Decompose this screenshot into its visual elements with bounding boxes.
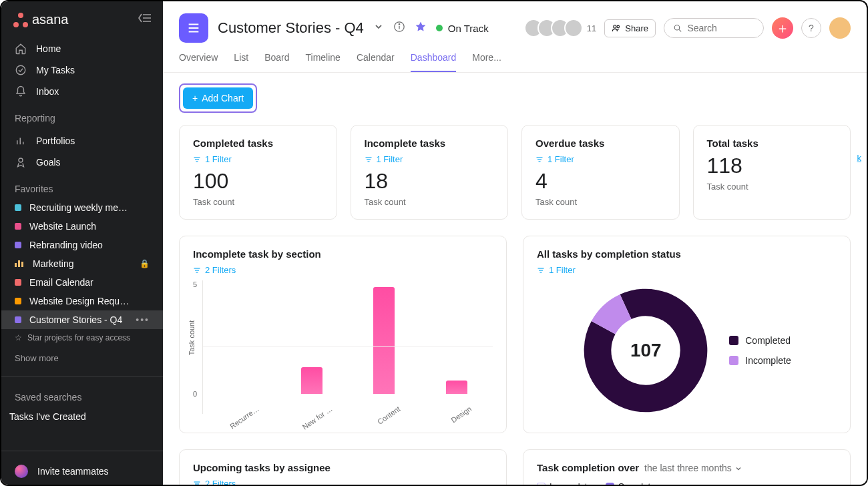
period-selector[interactable]: the last three months: [644, 463, 742, 473]
current-user-avatar[interactable]: [829, 17, 851, 39]
status-dot-icon: [436, 25, 443, 31]
y-tick: 5: [193, 280, 197, 288]
legend-item[interactable]: Incomplete: [537, 481, 592, 485]
stat-title: Overdue tasks: [535, 138, 666, 149]
info-icon[interactable]: [393, 21, 405, 35]
project-color-icon: [15, 279, 21, 286]
plus-icon: +: [192, 93, 198, 103]
svg-line-17: [679, 29, 681, 31]
filter-link[interactable]: 1 Filter: [537, 265, 837, 275]
bars-icon: [15, 135, 27, 147]
stat-card[interactable]: Total tasks118Task count: [693, 125, 851, 220]
member-avatars[interactable]: 11: [529, 19, 596, 37]
svg-point-15: [617, 25, 620, 28]
favorite-project[interactable]: Email Calendar: [1, 273, 163, 292]
stat-card[interactable]: Overdue tasks1 Filter4Task count: [521, 125, 680, 220]
tab-more[interactable]: More...: [472, 52, 501, 72]
project-color-icon: [15, 204, 21, 211]
member-count: 11: [587, 23, 596, 33]
filter-icon: [365, 156, 373, 164]
search-box[interactable]: [664, 18, 764, 38]
sidebar-item-goals[interactable]: Goals: [7, 152, 158, 173]
filter-link[interactable]: 1 Filter: [535, 154, 666, 164]
favorite-project[interactable]: Website Launch: [1, 217, 163, 236]
stat-sub: Task count: [365, 197, 495, 207]
svg-point-16: [674, 25, 679, 29]
favorite-project[interactable]: Customer Stories - Q4•••: [1, 310, 163, 329]
tab-calendar[interactable]: Calendar: [357, 52, 395, 72]
bar-label: Recurre…: [228, 405, 261, 431]
chart-title: All tasks by completion status: [537, 248, 837, 260]
filter-icon: [193, 480, 201, 485]
saved-searches-header: Saved searches: [1, 384, 163, 407]
share-button[interactable]: Share: [604, 19, 656, 37]
tab-timeline[interactable]: Timeline: [306, 52, 341, 72]
create-button[interactable]: ＋: [772, 17, 793, 39]
add-chart-button[interactable]: + Add Chart: [183, 87, 253, 109]
legend-swatch: [729, 356, 738, 365]
stat-value: 118: [707, 154, 837, 178]
favorite-project[interactable]: Recruiting weekly me…: [1, 198, 163, 217]
svg-point-14: [614, 25, 616, 28]
stat-card[interactable]: Completed tasks1 Filter100Task count: [179, 125, 337, 220]
keyboard-shortcut-link[interactable]: k: [857, 153, 862, 163]
filter-link[interactable]: 1 Filter: [365, 154, 495, 164]
donut-chart: 107: [582, 287, 709, 414]
stat-card[interactable]: Incomplete tasks1 Filter18Task count: [351, 125, 509, 220]
sidebar-item-my-tasks[interactable]: My Tasks: [7, 59, 158, 81]
sidebar-item-inbox[interactable]: Inbox: [7, 81, 158, 102]
avatar: [564, 19, 583, 37]
collapse-sidebar-button[interactable]: [138, 13, 151, 27]
legend-item: Incomplete: [729, 355, 791, 366]
filter-link[interactable]: 2 Filters: [193, 479, 493, 485]
project-title[interactable]: Customer Stories - Q4: [218, 19, 364, 37]
project-color-icon: [15, 316, 21, 323]
tab-board[interactable]: Board: [264, 52, 289, 72]
chart-completion-status[interactable]: All tasks by completion status 1 Filter …: [523, 236, 851, 433]
search-icon: [674, 23, 682, 33]
chart-incomplete-by-section[interactable]: Incomplete task by section 2 Filters Tas…: [179, 236, 507, 433]
saved-search-tasks-created[interactable]: Tasks I've Created: [1, 407, 163, 427]
svg-point-13: [399, 24, 399, 25]
chevron-down-icon: [734, 465, 742, 473]
stat-sub: Task count: [193, 197, 323, 207]
star-hint: ☆ Star projects for easy access: [1, 329, 163, 346]
sidebar-item-home[interactable]: Home: [7, 38, 158, 59]
y-axis-label: Task count: [188, 320, 196, 356]
filter-icon: [193, 266, 201, 274]
filter-link[interactable]: 1 Filter: [193, 154, 323, 164]
project-icon[interactable]: [179, 13, 208, 43]
star-icon[interactable]: [415, 21, 427, 35]
legend-item[interactable]: Complete: [606, 481, 656, 485]
favorite-project[interactable]: Website Design Requ…: [1, 292, 163, 310]
chart-title: Incomplete task by section: [193, 248, 493, 260]
y-tick: 0: [193, 390, 197, 398]
project-status[interactable]: On Track: [436, 23, 489, 34]
tab-list[interactable]: List: [234, 52, 248, 72]
project-color-icon: [15, 242, 21, 248]
tab-dashboard[interactable]: Dashboard: [411, 52, 457, 72]
search-input[interactable]: [687, 23, 754, 33]
tab-overview[interactable]: Overview: [179, 52, 218, 72]
sidebar-item-portfolios[interactable]: Portfolios: [7, 130, 158, 152]
favorite-project[interactable]: Rebranding video: [1, 236, 163, 254]
legend-swatch: [606, 483, 614, 485]
chart-title: Task completion over: [537, 462, 639, 473]
chart-upcoming-by-assignee[interactable]: Upcoming tasks by assignee 2 Filters: [179, 449, 507, 485]
stat-title: Completed tasks: [193, 138, 323, 149]
show-more-link[interactable]: Show more: [1, 346, 163, 370]
completion-legend: IncompleteComplete: [537, 481, 837, 485]
bar: [373, 287, 395, 394]
legend-swatch: [537, 483, 546, 485]
help-button[interactable]: ?: [801, 18, 821, 38]
filter-link[interactable]: 2 Filters: [193, 265, 493, 275]
chevron-down-icon[interactable]: [373, 21, 384, 35]
favorites-header: Favorites: [1, 176, 163, 198]
reporting-header: Reporting: [1, 105, 163, 128]
invite-teammates-button[interactable]: Invite teammates: [1, 458, 163, 485]
brand-logo[interactable]: asana: [13, 12, 69, 27]
more-icon[interactable]: •••: [136, 314, 150, 325]
favorite-project[interactable]: Marketing🔒: [1, 254, 163, 273]
project-color-icon: [15, 223, 21, 230]
chart-completion-over-time[interactable]: Task completion over the last three mont…: [523, 449, 851, 485]
